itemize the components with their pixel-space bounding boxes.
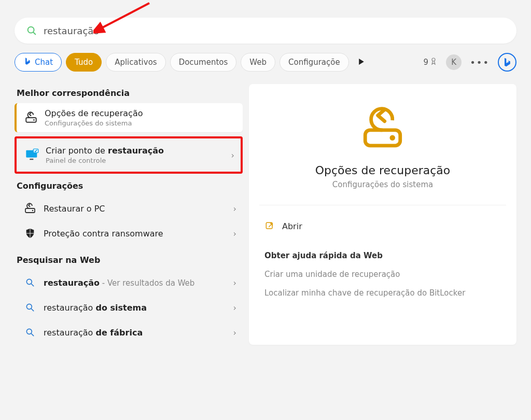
shield-icon [23, 226, 37, 241]
bing-icon [23, 57, 32, 67]
result-recovery-options[interactable]: Opções de recuperação Configurações do s… [15, 103, 243, 132]
chevron-right-icon: › [233, 204, 236, 214]
svg-point-11 [26, 279, 32, 284]
web-search-heading: Pesquisar na Web [17, 255, 243, 265]
rewards-points[interactable]: 9 [424, 57, 440, 68]
chevron-right-icon: › [233, 328, 236, 338]
svg-point-3 [432, 58, 435, 61]
preview-panel: Opções de recuperação Configurações do s… [249, 84, 516, 345]
search-icon [26, 25, 37, 36]
reset-pc-icon [23, 201, 37, 216]
svg-rect-7 [30, 159, 33, 160]
preview-title: Opções de recuperação [264, 164, 501, 177]
result-create-restore-point[interactable]: Criar ponto de restauração Painel de con… [17, 141, 241, 170]
search-icon [23, 300, 37, 315]
bing-chat-button[interactable] [498, 53, 516, 72]
user-avatar[interactable]: K [446, 54, 462, 70]
highlighted-annotation-box: Criar ponto de restauração Painel de con… [15, 136, 243, 174]
svg-line-2 [33, 32, 35, 34]
svg-point-15 [26, 329, 32, 334]
scroll-tabs-right-icon[interactable] [355, 55, 368, 69]
monitor-icon [25, 148, 39, 162]
svg-line-14 [32, 309, 34, 311]
result-title: restauração de fábrica [44, 328, 233, 338]
svg-point-13 [26, 304, 32, 309]
result-title: Restaurar o PC [44, 204, 233, 214]
result-title: restauração - Ver resultados da Web [44, 278, 233, 288]
chevron-right-icon: › [233, 303, 236, 313]
tab-documents[interactable]: Documentos [170, 53, 237, 72]
web-help-heading: Obter ajuda rápida da Web [264, 251, 501, 260]
tab-web[interactable]: Web [241, 53, 275, 72]
help-link-bitlocker-key[interactable]: Localizar minha chave de recuperação do … [264, 288, 501, 298]
search-input[interactable] [44, 25, 505, 36]
search-icon [23, 325, 37, 340]
result-web-restauracao-sistema[interactable]: restauração do sistema › [15, 295, 243, 320]
settings-heading: Configurações [17, 181, 243, 191]
chevron-right-icon: › [231, 150, 234, 160]
svg-rect-9 [25, 208, 35, 213]
tab-settings[interactable]: Configuraçõe [280, 53, 349, 72]
result-title: Opções de recuperação [45, 108, 236, 118]
tab-chat[interactable]: Chat [15, 53, 62, 72]
svg-line-16 [32, 334, 34, 336]
tab-apps[interactable]: Aplicativos [106, 53, 165, 72]
divider [259, 205, 506, 205]
result-subtitle: Painel de controle [46, 157, 231, 164]
preview-recovery-icon [264, 105, 501, 151]
preview-subtitle: Configurações do sistema [264, 180, 501, 189]
search-icon [23, 275, 37, 290]
open-action[interactable]: Abrir [264, 216, 501, 236]
search-bar[interactable] [15, 18, 516, 44]
more-options-icon[interactable]: ••• [468, 57, 492, 68]
svg-line-12 [32, 284, 34, 286]
chevron-right-icon: › [233, 278, 236, 288]
result-title: restauração do sistema [44, 303, 233, 313]
svg-point-10 [32, 210, 34, 212]
tab-all[interactable]: Tudo [66, 53, 102, 72]
best-match-heading: Melhor correspondência [17, 88, 243, 98]
result-ransomware-protection[interactable]: Proteção contra ransomware › [15, 221, 243, 246]
rewards-icon [430, 57, 440, 68]
open-icon [264, 221, 275, 231]
open-label: Abrir [282, 221, 302, 231]
help-link-recovery-drive[interactable]: Criar uma unidade de recuperação [264, 270, 501, 279]
result-reset-pc[interactable]: Restaurar o PC › [15, 196, 243, 221]
result-subtitle: Configurações do sistema [45, 119, 236, 127]
result-title: Proteção contra ransomware [44, 229, 233, 239]
svg-point-18 [390, 135, 396, 141]
svg-point-5 [33, 119, 35, 121]
result-web-restauracao[interactable]: restauração - Ver resultados da Web › [15, 270, 243, 295]
recovery-icon [24, 110, 38, 125]
result-title: Criar ponto de restauração [46, 146, 231, 156]
chevron-right-icon: › [233, 229, 236, 239]
result-web-restauracao-fabrica[interactable]: restauração de fábrica › [15, 320, 243, 345]
